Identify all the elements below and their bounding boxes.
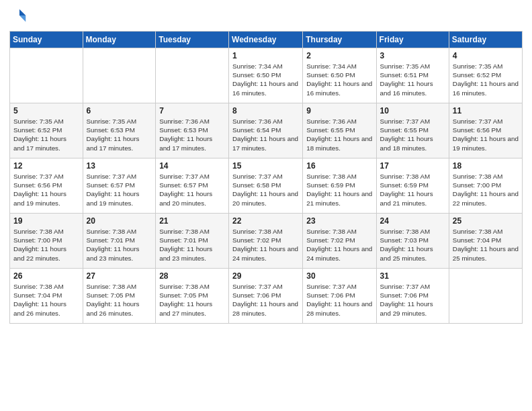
calendar-cell: 9Sunrise: 7:36 AM Sunset: 6:55 PM Daylig…	[303, 103, 376, 158]
svg-marker-1	[19, 15, 26, 21]
calendar-table: SundayMondayTuesdayWednesdayThursdayFrid…	[9, 31, 523, 324]
day-info: Sunrise: 7:37 AM Sunset: 7:06 PM Dayligh…	[380, 282, 445, 318]
weekday-header-saturday: Saturday	[449, 32, 522, 48]
day-number: 5	[13, 106, 79, 116]
day-info: Sunrise: 7:38 AM Sunset: 7:04 PM Dayligh…	[453, 227, 519, 263]
day-number: 27	[87, 271, 152, 281]
calendar-cell: 6Sunrise: 7:35 AM Sunset: 6:53 PM Daylig…	[83, 103, 156, 158]
day-info: Sunrise: 7:38 AM Sunset: 7:04 PM Dayligh…	[13, 282, 79, 318]
day-number: 29	[232, 271, 299, 281]
calendar-cell: 10Sunrise: 7:37 AM Sunset: 6:55 PM Dayli…	[376, 103, 449, 158]
day-info: Sunrise: 7:38 AM Sunset: 7:03 PM Dayligh…	[380, 227, 445, 263]
day-info: Sunrise: 7:37 AM Sunset: 6:57 PM Dayligh…	[159, 172, 225, 208]
calendar-cell: 3Sunrise: 7:35 AM Sunset: 6:51 PM Daylig…	[376, 48, 449, 103]
calendar-cell: 19Sunrise: 7:38 AM Sunset: 7:00 PM Dayli…	[10, 214, 83, 269]
weekday-header-monday: Monday	[83, 32, 156, 48]
calendar-cell: 11Sunrise: 7:37 AM Sunset: 6:56 PM Dayli…	[449, 103, 522, 158]
calendar-cell	[10, 48, 83, 103]
day-info: Sunrise: 7:37 AM Sunset: 6:56 PM Dayligh…	[13, 172, 79, 208]
day-info: Sunrise: 7:35 AM Sunset: 6:51 PM Dayligh…	[380, 62, 445, 97]
day-number: 6	[87, 106, 152, 116]
weekday-header-row: SundayMondayTuesdayWednesdayThursdayFrid…	[10, 32, 523, 48]
day-number: 3	[380, 51, 445, 60]
calendar-cell	[83, 48, 156, 103]
day-number: 31	[380, 271, 445, 281]
day-info: Sunrise: 7:38 AM Sunset: 7:05 PM Dayligh…	[87, 282, 152, 318]
day-info: Sunrise: 7:38 AM Sunset: 7:05 PM Dayligh…	[159, 282, 225, 318]
calendar-cell: 13Sunrise: 7:37 AM Sunset: 6:57 PM Dayli…	[83, 158, 156, 214]
day-number: 13	[87, 161, 152, 171]
day-number: 23	[306, 216, 372, 226]
week-row-4: 19Sunrise: 7:38 AM Sunset: 7:00 PM Dayli…	[10, 214, 523, 269]
calendar-cell: 4Sunrise: 7:35 AM Sunset: 6:52 PM Daylig…	[449, 48, 522, 103]
weekday-header-friday: Friday	[376, 32, 449, 48]
calendar-cell: 12Sunrise: 7:37 AM Sunset: 6:56 PM Dayli…	[10, 158, 83, 214]
day-info: Sunrise: 7:37 AM Sunset: 6:58 PM Dayligh…	[232, 172, 299, 208]
calendar-cell: 5Sunrise: 7:35 AM Sunset: 6:52 PM Daylig…	[10, 103, 83, 158]
calendar-cell	[449, 269, 522, 324]
day-number: 8	[232, 106, 299, 116]
week-row-1: 1Sunrise: 7:34 AM Sunset: 6:50 PM Daylig…	[10, 48, 523, 103]
day-number: 20	[87, 216, 152, 226]
svg-marker-0	[19, 9, 26, 15]
calendar-cell: 26Sunrise: 7:38 AM Sunset: 7:04 PM Dayli…	[10, 269, 83, 324]
day-number: 2	[306, 51, 372, 60]
day-number: 21	[159, 216, 225, 226]
calendar-cell: 31Sunrise: 7:37 AM Sunset: 7:06 PM Dayli…	[376, 269, 449, 324]
day-number: 7	[159, 106, 225, 116]
logo-icon	[9, 7, 28, 26]
day-info: Sunrise: 7:34 AM Sunset: 6:50 PM Dayligh…	[306, 62, 372, 97]
calendar-cell: 15Sunrise: 7:37 AM Sunset: 6:58 PM Dayli…	[229, 158, 303, 214]
weekday-header-wednesday: Wednesday	[229, 32, 303, 48]
day-number: 25	[453, 216, 519, 226]
calendar-cell: 25Sunrise: 7:38 AM Sunset: 7:04 PM Dayli…	[449, 214, 522, 269]
day-info: Sunrise: 7:38 AM Sunset: 7:01 PM Dayligh…	[159, 227, 225, 263]
day-number: 18	[453, 161, 519, 171]
calendar-cell: 30Sunrise: 7:37 AM Sunset: 7:06 PM Dayli…	[303, 269, 376, 324]
day-info: Sunrise: 7:38 AM Sunset: 6:59 PM Dayligh…	[306, 172, 372, 208]
day-number: 15	[232, 161, 299, 171]
calendar-cell: 7Sunrise: 7:36 AM Sunset: 6:53 PM Daylig…	[156, 103, 229, 158]
day-info: Sunrise: 7:36 AM Sunset: 6:55 PM Dayligh…	[306, 117, 372, 152]
day-number: 17	[380, 161, 445, 171]
page: SundayMondayTuesdayWednesdayThursdayFrid…	[0, 0, 532, 411]
calendar-cell: 24Sunrise: 7:38 AM Sunset: 7:03 PM Dayli…	[376, 214, 449, 269]
calendar-cell: 28Sunrise: 7:38 AM Sunset: 7:05 PM Dayli…	[156, 269, 229, 324]
day-number: 1	[232, 51, 299, 60]
day-info: Sunrise: 7:37 AM Sunset: 7:06 PM Dayligh…	[306, 282, 372, 318]
header	[9, 7, 523, 26]
calendar-cell: 22Sunrise: 7:38 AM Sunset: 7:02 PM Dayli…	[229, 214, 303, 269]
day-info: Sunrise: 7:35 AM Sunset: 6:52 PM Dayligh…	[453, 62, 519, 97]
calendar-cell: 21Sunrise: 7:38 AM Sunset: 7:01 PM Dayli…	[156, 214, 229, 269]
calendar-cell: 14Sunrise: 7:37 AM Sunset: 6:57 PM Dayli…	[156, 158, 229, 214]
calendar-cell: 8Sunrise: 7:36 AM Sunset: 6:54 PM Daylig…	[229, 103, 303, 158]
day-number: 12	[13, 161, 79, 171]
day-info: Sunrise: 7:38 AM Sunset: 7:02 PM Dayligh…	[306, 227, 372, 263]
day-info: Sunrise: 7:36 AM Sunset: 6:54 PM Dayligh…	[232, 117, 299, 152]
day-info: Sunrise: 7:38 AM Sunset: 6:59 PM Dayligh…	[380, 172, 445, 208]
weekday-header-sunday: Sunday	[10, 32, 83, 48]
calendar-cell: 27Sunrise: 7:38 AM Sunset: 7:05 PM Dayli…	[83, 269, 156, 324]
calendar-cell: 29Sunrise: 7:37 AM Sunset: 7:06 PM Dayli…	[229, 269, 303, 324]
logo	[9, 7, 31, 26]
day-info: Sunrise: 7:36 AM Sunset: 6:53 PM Dayligh…	[159, 117, 225, 152]
week-row-5: 26Sunrise: 7:38 AM Sunset: 7:04 PM Dayli…	[10, 269, 523, 324]
calendar-cell: 17Sunrise: 7:38 AM Sunset: 6:59 PM Dayli…	[376, 158, 449, 214]
calendar-cell: 1Sunrise: 7:34 AM Sunset: 6:50 PM Daylig…	[229, 48, 303, 103]
day-number: 16	[306, 161, 372, 171]
day-number: 30	[306, 271, 372, 281]
day-info: Sunrise: 7:37 AM Sunset: 7:06 PM Dayligh…	[232, 282, 299, 318]
calendar-cell: 20Sunrise: 7:38 AM Sunset: 7:01 PM Dayli…	[83, 214, 156, 269]
day-number: 28	[159, 271, 225, 281]
day-number: 22	[232, 216, 299, 226]
calendar-cell: 23Sunrise: 7:38 AM Sunset: 7:02 PM Dayli…	[303, 214, 376, 269]
calendar-cell: 2Sunrise: 7:34 AM Sunset: 6:50 PM Daylig…	[303, 48, 376, 103]
day-number: 4	[453, 51, 519, 60]
day-info: Sunrise: 7:38 AM Sunset: 7:00 PM Dayligh…	[453, 172, 519, 208]
day-number: 11	[453, 106, 519, 116]
day-number: 9	[306, 106, 372, 116]
week-row-2: 5Sunrise: 7:35 AM Sunset: 6:52 PM Daylig…	[10, 103, 523, 158]
day-number: 26	[13, 271, 79, 281]
day-info: Sunrise: 7:35 AM Sunset: 6:52 PM Dayligh…	[13, 117, 79, 152]
day-number: 24	[380, 216, 445, 226]
